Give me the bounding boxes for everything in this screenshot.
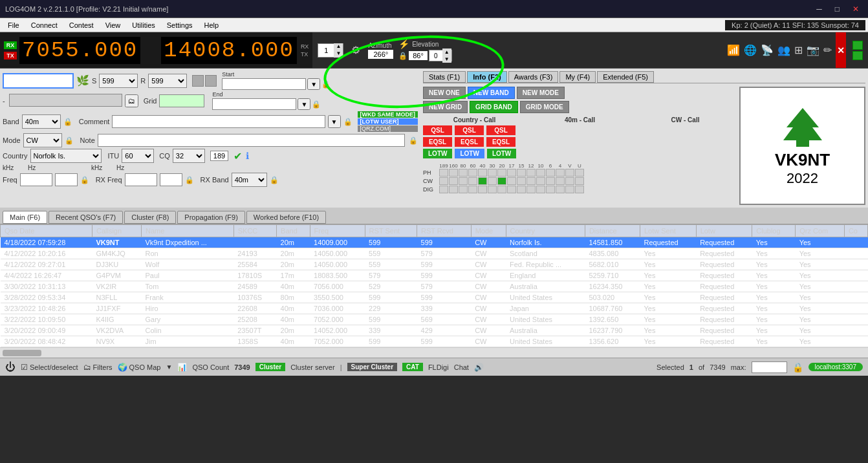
- note-input[interactable]: [98, 134, 405, 147]
- eqsl-btn-3[interactable]: EQSL: [486, 137, 515, 147]
- end-cal-btn[interactable]: ▼: [298, 98, 310, 110]
- rx-band-lock[interactable]: 🔒: [270, 176, 279, 184]
- col-clublog[interactable]: Clublog: [752, 225, 796, 237]
- menu-contest[interactable]: Contest: [64, 20, 99, 30]
- spin-down[interactable]: ▼: [334, 50, 343, 58]
- nav-tab-worked[interactable]: Worked before (F10): [246, 211, 326, 224]
- wifi-icon[interactable]: 📶: [727, 44, 740, 56]
- horizontal-scrollbar[interactable]: [0, 347, 868, 358]
- name-input[interactable]: Vk9nt Dxpedition Team 2022: [9, 94, 122, 107]
- speaker-icon[interactable]: 🔊: [474, 363, 484, 372]
- callsign-input[interactable]: VK9NT: [3, 73, 74, 89]
- spin-up[interactable]: ▲: [334, 43, 343, 50]
- table-row[interactable]: 4/12/2022 09:27:01DJ3KUWolf2558420m14050…: [1, 259, 868, 270]
- table-row[interactable]: 3/20/2022 09:00:49VK2DVAColin23507T20m14…: [1, 325, 868, 336]
- col-qrz-com[interactable]: Qrz Com: [796, 225, 845, 237]
- fldigi-label[interactable]: FLDigi: [428, 363, 449, 371]
- s-select[interactable]: 599559529: [99, 74, 138, 88]
- super-cluster-label[interactable]: Super Cluster: [347, 363, 398, 371]
- gear-icon[interactable]: ⚙: [349, 43, 363, 58]
- end-lock[interactable]: 🔒: [312, 100, 321, 109]
- itu-select[interactable]: 60: [122, 149, 154, 163]
- start-cal-btn[interactable]: ▼: [307, 78, 320, 90]
- lotw-btn-3[interactable]: LOTW: [487, 149, 516, 158]
- freq-input[interactable]: 7055: [20, 173, 52, 186]
- country-select[interactable]: Norfolk Is.: [30, 149, 102, 163]
- mode-select[interactable]: CWSSBFM: [23, 133, 62, 147]
- lotw-btn-2[interactable]: LOTW: [455, 149, 484, 158]
- el-spin-up[interactable]: ▲: [442, 48, 451, 56]
- export-btn[interactable]: 📊: [177, 363, 187, 372]
- rx-freq-input[interactable]: 7055: [125, 173, 157, 186]
- nav-tab-recent[interactable]: Recent QSO's (F7): [49, 211, 123, 224]
- menu-settings[interactable]: Settings: [162, 20, 198, 30]
- table-row[interactable]: 4/18/2022 07:59:28VK9NTVk9nt Dxpedition …: [1, 237, 868, 248]
- rx-band-select[interactable]: 40m: [232, 173, 267, 187]
- band-select[interactable]: 40m20m80m: [22, 114, 61, 129]
- tab-info-f2[interactable]: Info (F2): [467, 71, 506, 83]
- table-row[interactable]: 3/22/2022 10:09:50K4IIGGary2520840m7052.…: [1, 314, 868, 325]
- eqsl-btn-2[interactable]: EQSL: [455, 137, 484, 147]
- green-dot-icon[interactable]: 🌿: [76, 74, 89, 87]
- grid-input[interactable]: RG30xx: [159, 94, 204, 107]
- cluster-server-label[interactable]: Cluster server: [290, 363, 334, 371]
- tab-stats-f1[interactable]: Stats (F1): [423, 71, 466, 83]
- red-x-button[interactable]: ✕: [836, 32, 846, 68]
- minimize-button[interactable]: ─: [812, 3, 826, 15]
- col-band[interactable]: Band: [277, 225, 310, 237]
- col-rst-rcvd[interactable]: RST Rcvd: [417, 225, 472, 237]
- left-frequency[interactable]: 7055.000: [19, 37, 140, 64]
- right-frequency[interactable]: 14008.000: [161, 37, 297, 64]
- table-row[interactable]: 3/30/2022 10:31:13VK2IRTom2458940m7056.0…: [1, 281, 868, 292]
- end-input[interactable]: 4/18/2022 08:11:04: [212, 98, 296, 110]
- table-row[interactable]: 3/20/2022 08:48:42NV9XJim1358S40m7052.00…: [1, 336, 868, 347]
- close-button[interactable]: ✕: [849, 3, 863, 15]
- col-name[interactable]: Name: [142, 225, 234, 237]
- nav-tab-propagation[interactable]: Propagation (F9): [177, 211, 245, 224]
- antenna-icon[interactable]: 📡: [761, 44, 774, 56]
- grid-icon[interactable]: ⊞: [794, 44, 803, 56]
- pen-icon[interactable]: ✏: [823, 44, 832, 56]
- name-icon-btn[interactable]: 🗂: [125, 94, 138, 107]
- lock-icon-el[interactable]: 🔒: [398, 52, 407, 60]
- new-band-btn[interactable]: NEW BAND: [468, 87, 515, 99]
- col-mode[interactable]: Mode: [471, 225, 506, 237]
- filters-btn[interactable]: 🗂 Filters: [83, 363, 113, 372]
- select-deselect[interactable]: ☑ QSO Count Select/deselect: [21, 363, 78, 372]
- menu-connect[interactable]: Connect: [26, 20, 63, 30]
- info-icon[interactable]: ℹ: [246, 151, 249, 161]
- col-co[interactable]: Co: [844, 225, 867, 237]
- col-skcc[interactable]: SKCC: [233, 225, 276, 237]
- spin-control[interactable]: ▲ ▼: [318, 43, 343, 58]
- tab-my-f4[interactable]: My (F4): [559, 71, 596, 83]
- band-lock[interactable]: 🔒: [63, 118, 72, 126]
- col-distance[interactable]: Distance: [585, 225, 640, 237]
- qsl-btn-2[interactable]: QSL: [455, 125, 484, 135]
- comment-dropdown-btn[interactable]: ▼: [328, 115, 341, 128]
- col-lotw-sent[interactable]: Lotw Sent: [640, 225, 696, 237]
- freq-hz-input[interactable]: 000: [55, 173, 78, 186]
- rx-freq-hz-input[interactable]: 000: [160, 173, 182, 186]
- table-row[interactable]: 4/12/2022 10:20:16GM4KJQRon2419320m14050…: [1, 248, 868, 259]
- mode-lock[interactable]: 🔒: [65, 136, 74, 145]
- new-one-btn[interactable]: NEW ONE: [423, 87, 466, 99]
- rx-freq-lock[interactable]: 🔒: [185, 176, 194, 184]
- spin-input[interactable]: [318, 47, 334, 54]
- table-row[interactable]: 3/23/2022 10:48:26JJ1FXFHiro2260840m7036…: [1, 303, 868, 314]
- tab-extended-f5[interactable]: Extended (F5): [597, 71, 654, 83]
- cluster-badge[interactable]: Cluster: [255, 363, 285, 371]
- r-select[interactable]: 599559529: [148, 74, 187, 88]
- table-scroll-area[interactable]: Qso Date Callsign Name SKCC Band Freq RS…: [0, 224, 868, 347]
- camera-icon[interactable]: 📷: [807, 44, 819, 56]
- maximize-button[interactable]: □: [831, 3, 843, 15]
- elevation-spin-input[interactable]: [429, 52, 442, 59]
- col-qso-date[interactable]: Qso Date: [1, 225, 92, 237]
- new-mode-btn[interactable]: NEW MODE: [517, 87, 565, 99]
- freq-lock[interactable]: 🔒: [80, 176, 89, 184]
- menu-help[interactable]: Help: [199, 20, 224, 30]
- table-row[interactable]: 3/28/2022 09:53:34N3FLLFrank10376S80m355…: [1, 292, 868, 303]
- max-input[interactable]: 10000: [752, 361, 787, 373]
- menu-view[interactable]: View: [100, 20, 126, 30]
- globe-icon[interactable]: 🌐: [744, 44, 757, 56]
- qsl-btn-1[interactable]: QSL: [423, 125, 452, 135]
